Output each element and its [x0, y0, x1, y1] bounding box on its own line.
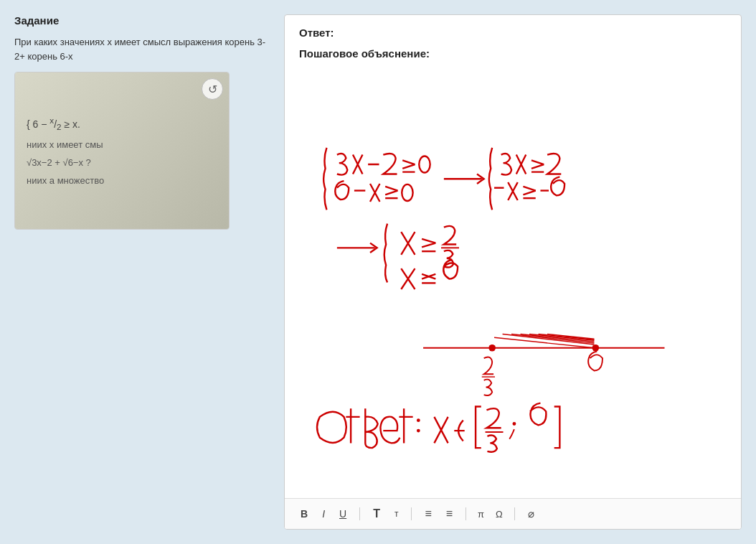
svg-line-11: [531, 160, 544, 164]
math-drawing: [299, 71, 727, 473]
svg-line-7: [385, 191, 397, 195]
svg-line-6: [385, 187, 397, 191]
divider-1: [359, 507, 360, 520]
list-ordered-button[interactable]: ≡: [420, 505, 435, 523]
task-image: { 6 − x/2 ≥ x. ниих x имеет смы √3x−2 + …: [14, 72, 230, 230]
link-button[interactable]: ⌀: [524, 505, 539, 523]
svg-point-28: [488, 344, 496, 352]
img-line-4: ниих а множество: [27, 175, 217, 186]
svg-point-39: [417, 429, 420, 433]
divider-4: [514, 507, 515, 520]
divider-2: [411, 507, 412, 520]
svg-line-21: [422, 243, 435, 248]
img-line-3: √3x−2 + √6−x ?: [27, 157, 217, 168]
text-small-button[interactable]: т: [390, 506, 403, 522]
img-line-2: ниих x имеет смы: [27, 139, 217, 150]
refresh-button[interactable]: ↺: [202, 78, 223, 100]
answer-area: Ответ: Пошаговое объяснение:: [285, 15, 741, 498]
svg-line-2: [402, 164, 415, 169]
divider-3: [466, 507, 466, 520]
svg-line-16: [523, 191, 535, 195]
list-unordered-button[interactable]: ≡: [442, 505, 457, 523]
svg-point-41: [513, 422, 516, 426]
svg-point-4: [419, 156, 430, 173]
svg-line-12: [531, 164, 544, 169]
svg-point-9: [402, 184, 412, 201]
text-large-button[interactable]: T: [369, 505, 384, 523]
image-placeholder: { 6 − x/2 ≥ x. ниих x имеет смы √3x−2 + …: [15, 72, 229, 229]
pi-button[interactable]: π: [475, 507, 487, 521]
svg-line-1: [402, 160, 415, 164]
svg-line-15: [523, 187, 535, 191]
answer-label: Ответ:: [299, 27, 727, 39]
img-line-1: { 6 − x/2 ≥ x.: [27, 116, 217, 131]
underline-button[interactable]: U: [335, 505, 351, 522]
omega-button[interactable]: Ω: [493, 507, 506, 521]
svg-line-20: [422, 239, 435, 243]
task-text: При каких значениях x имеет смысл выраже…: [14, 35, 273, 63]
left-panel: Задание При каких значениях x имеет смыс…: [14, 14, 273, 530]
right-panel: Ответ: Пошаговое объяснение:: [284, 14, 742, 530]
svg-point-38: [417, 418, 420, 422]
italic-button[interactable]: I: [318, 505, 329, 522]
task-title: Задание: [14, 14, 273, 27]
editor-toolbar: B I U T т ≡ ≡ π Ω ⌀: [285, 498, 741, 529]
bold-button[interactable]: B: [296, 505, 312, 522]
step-label: Пошаговое объяснение:: [299, 47, 727, 60]
